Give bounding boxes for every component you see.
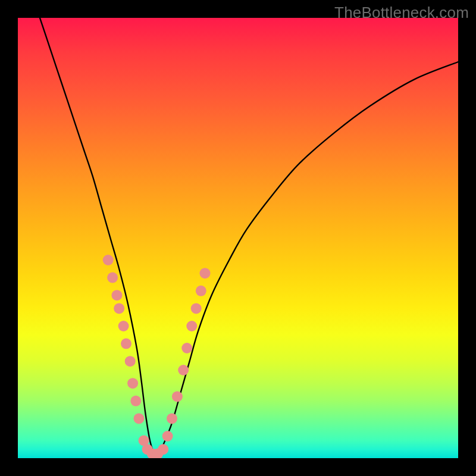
marker-dot bbox=[167, 413, 177, 424]
marker-dot bbox=[178, 365, 189, 375]
marker-dot bbox=[118, 321, 129, 331]
marker-dot bbox=[186, 321, 197, 331]
chart-svg bbox=[18, 18, 458, 458]
marker-dot bbox=[107, 273, 118, 283]
plot-area bbox=[18, 18, 458, 458]
marker-dot bbox=[172, 391, 183, 402]
marker-dot bbox=[158, 444, 168, 455]
marker-dot bbox=[103, 255, 114, 265]
chart-frame: TheBottleneck.com bbox=[0, 0, 476, 476]
bottleneck-curve bbox=[40, 18, 458, 455]
marker-dot bbox=[130, 396, 141, 406]
marker-dot bbox=[121, 339, 131, 349]
marker-dot bbox=[191, 303, 202, 314]
marker-dot bbox=[200, 268, 211, 278]
marker-dot bbox=[162, 431, 173, 441]
marker-group bbox=[103, 255, 211, 458]
marker-dot bbox=[134, 413, 145, 424]
marker-dot bbox=[181, 343, 192, 353]
marker-dot bbox=[125, 356, 136, 367]
marker-dot bbox=[127, 378, 138, 389]
marker-dot bbox=[196, 286, 206, 296]
marker-dot bbox=[114, 303, 124, 314]
marker-dot bbox=[112, 290, 123, 300]
